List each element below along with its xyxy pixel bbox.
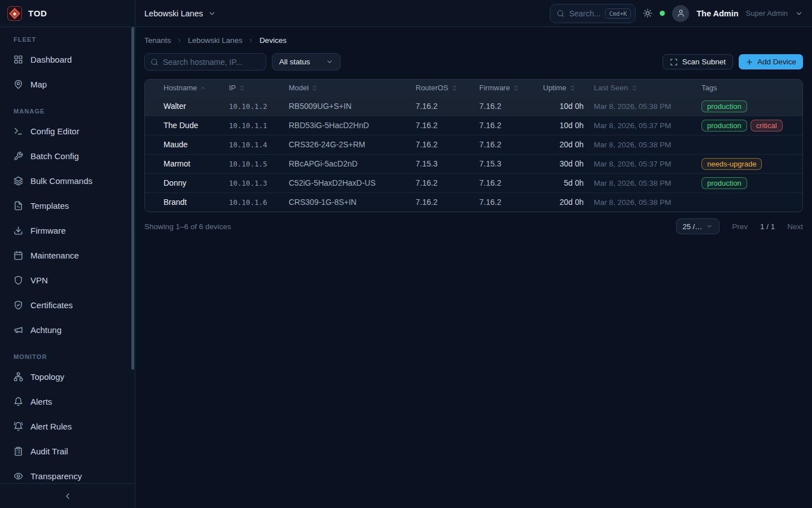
- main-area: Lebowski Lanes Search... Cmd+K The Admin…: [135, 0, 812, 508]
- routeros-cell: 7.16.2: [416, 135, 479, 154]
- sidebar-collapse-button[interactable]: [0, 483, 135, 508]
- sort-icon: [239, 85, 245, 91]
- page-size-select[interactable]: 25 /…: [676, 218, 720, 234]
- last-seen-cell: Mar 8, 2026, 05:38 PM: [588, 135, 696, 154]
- sidebar-item-label: Audit Trail: [30, 446, 68, 456]
- last-seen-cell: Mar 8, 2026, 05:37 PM: [588, 116, 696, 135]
- hostname-cell: Maude: [164, 135, 229, 154]
- breadcrumb: Tenants Lebowski Lanes Devices: [144, 36, 803, 45]
- device-search-input[interactable]: Search hostname, IP...: [144, 53, 266, 71]
- tag-badge: production: [701, 177, 747, 189]
- routeros-cell: 7.15.3: [416, 154, 479, 173]
- ip-column-header[interactable]: IP: [229, 80, 289, 97]
- uptime-cell: 10d 0h: [543, 97, 588, 116]
- sidebar-item-topology[interactable]: Topology: [7, 364, 128, 389]
- status-filter-select[interactable]: All status: [272, 53, 341, 71]
- sidebar-item-label: Firmware: [30, 226, 66, 235]
- sort-icon: [569, 85, 576, 91]
- table-row[interactable]: Donny 10.10.1.3 C52iG-5HaxD2HaxD-US 7.16…: [145, 173, 802, 192]
- sidebar-item-dashboard[interactable]: Dashboard: [7, 47, 128, 72]
- sidebar-item-achtung[interactable]: Achtung: [7, 317, 128, 342]
- sidebar-item-label: Map: [30, 80, 47, 89]
- prev-page-button[interactable]: Prev: [732, 222, 748, 231]
- sidebar-item-templates[interactable]: Templates: [7, 193, 128, 218]
- uptime-column-header[interactable]: Uptime: [543, 80, 588, 97]
- table-row[interactable]: Maude 10.10.1.4 CRS326-24G-2S+RM 7.16.2 …: [145, 135, 802, 154]
- shield-icon: [14, 275, 23, 285]
- ip-cell: 10.10.1.2: [229, 97, 289, 116]
- hostname-cell: The Dude: [164, 116, 229, 135]
- sidebar-item-maintenance[interactable]: Maintenance: [7, 243, 128, 268]
- tag-badge: needs-upgrade: [701, 158, 762, 170]
- sidebar-scrollbar[interactable]: [131, 27, 134, 370]
- theme-toggle-button[interactable]: [643, 8, 652, 18]
- breadcrumb-tenants[interactable]: Tenants: [144, 36, 171, 45]
- scan-subnet-button[interactable]: Scan Subnet: [663, 54, 733, 69]
- add-device-button[interactable]: Add Device: [739, 54, 803, 69]
- sidebar-item-label: Achtung: [30, 325, 61, 335]
- next-page-button[interactable]: Next: [787, 222, 803, 231]
- user-role: Super Admin: [746, 9, 788, 17]
- last-seen-column-header[interactable]: Last Seen: [588, 80, 696, 97]
- firmware-cell: 7.16.2: [479, 135, 543, 154]
- avatar[interactable]: [672, 5, 689, 22]
- model-cell: RBcAPGi-5acD2nD: [289, 154, 416, 173]
- table-row[interactable]: Marmot 10.10.1.5 RBcAPGi-5acD2nD 7.15.3 …: [145, 154, 802, 173]
- sidebar-item-map[interactable]: Map: [7, 72, 128, 97]
- sidebar-nav: FLEET Dashboard Map MANAGE Config Editor…: [0, 27, 135, 483]
- sidebar: TOD FLEET Dashboard Map MANAGE Config Ed…: [0, 0, 135, 508]
- routeros-column-header[interactable]: RouterOS: [416, 80, 479, 97]
- chevron-right-icon: [176, 37, 183, 44]
- scan-icon: [670, 58, 678, 66]
- file-icon: [14, 201, 23, 211]
- model-column-header[interactable]: Model: [289, 80, 416, 97]
- hostname-cell: Marmot: [164, 154, 229, 173]
- tag-badge: production: [701, 100, 747, 112]
- last-seen-cell: Mar 8, 2026, 05:38 PM: [588, 192, 696, 212]
- hostname-column-header[interactable]: Hostname: [164, 80, 229, 97]
- sidebar-item-transparency[interactable]: Transparency: [7, 463, 128, 483]
- firmware-column-header[interactable]: Firmware: [479, 80, 543, 97]
- download-icon: [14, 226, 23, 235]
- tags-cell: [696, 135, 802, 154]
- table-row[interactable]: Walter 10.10.1.2 RB5009UG+S+IN 7.16.2 7.…: [145, 97, 802, 116]
- sidebar-item-firmware[interactable]: Firmware: [7, 218, 128, 243]
- uptime-cell: 30d 0h: [543, 154, 588, 173]
- chevron-right-icon: [248, 37, 254, 44]
- uptime-cell: 20d 0h: [543, 192, 588, 212]
- topbar: Lebowski Lanes Search... Cmd+K The Admin…: [135, 0, 812, 27]
- user-menu-chevron-icon[interactable]: [795, 10, 803, 17]
- sort-asc-icon: [200, 85, 206, 91]
- sidebar-item-batch-config[interactable]: Batch Config: [7, 143, 128, 168]
- layers-icon: [14, 176, 23, 186]
- sidebar-item-audit-trail[interactable]: Audit Trail: [7, 439, 128, 463]
- sidebar-item-label: Maintenance: [30, 251, 79, 260]
- sidebar-item-label: Batch Config: [30, 151, 79, 161]
- sidebar-item-alerts[interactable]: Alerts: [7, 389, 128, 414]
- routeros-cell: 7.16.2: [416, 116, 479, 135]
- bell-icon: [14, 397, 23, 406]
- sidebar-item-alert-rules[interactable]: Alert Rules: [7, 414, 128, 439]
- global-search-input[interactable]: Search... Cmd+K: [550, 4, 636, 23]
- tenant-switcher[interactable]: Lebowski Lanes: [144, 9, 216, 18]
- tag-badge: production: [701, 120, 747, 132]
- status-cell: [145, 97, 164, 116]
- table-row[interactable]: The Dude 10.10.1.1 RBD53iG-5HacD2HnD 7.1…: [145, 116, 802, 135]
- pagination: 25 /… Prev 1 / 1 Next: [676, 218, 804, 234]
- sidebar-item-vpn[interactable]: VPN: [7, 268, 128, 292]
- sidebar-item-label: Bulk Commands: [30, 176, 92, 186]
- breadcrumb-tenant-name[interactable]: Lebowski Lanes: [188, 36, 242, 45]
- sidebar-item-label: VPN: [30, 275, 48, 285]
- user-name: The Admin: [696, 9, 738, 18]
- device-search-placeholder: Search hostname, IP...: [163, 58, 242, 67]
- table-row[interactable]: Brandt 10.10.1.6 CRS309-1G-8S+IN 7.16.2 …: [145, 192, 802, 212]
- sort-icon: [451, 85, 458, 91]
- map-pin-icon: [14, 80, 23, 89]
- calendar-icon: [14, 251, 23, 260]
- dashboard-icon: [14, 55, 23, 64]
- sidebar-item-certificates[interactable]: Certificates: [7, 292, 128, 317]
- status-column-header: [145, 80, 164, 97]
- sidebar-item-bulk-commands[interactable]: Bulk Commands: [7, 168, 128, 193]
- model-cell: CRS309-1G-8S+IN: [289, 192, 416, 212]
- sidebar-item-config-editor[interactable]: Config Editor: [7, 119, 128, 143]
